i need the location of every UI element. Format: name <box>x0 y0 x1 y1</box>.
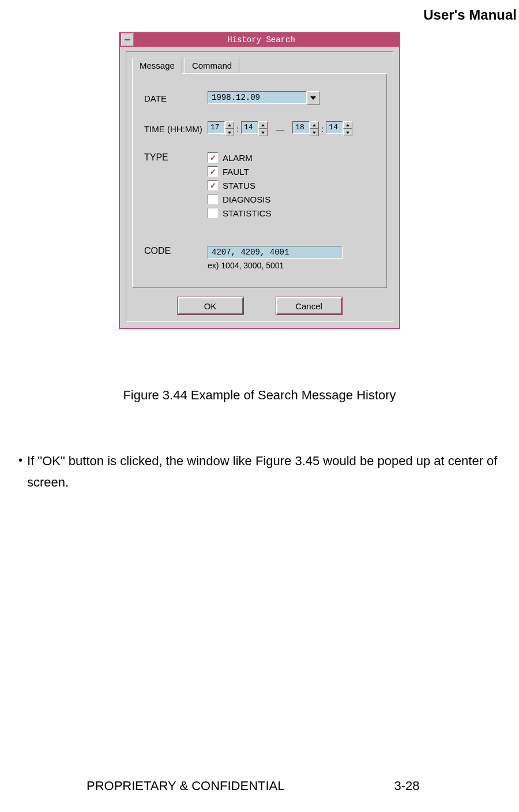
up-arrow-icon <box>346 124 349 126</box>
check-icon: ✓ <box>210 168 216 175</box>
spin-up-button[interactable] <box>310 121 319 129</box>
body-paragraph: • If "OK" button is clicked, the window … <box>18 450 513 493</box>
inner-frame: Message Command DATE 1998.12.09 <box>126 51 393 322</box>
type-item-diagnosis: DIAGNOSIS <box>208 194 271 204</box>
figure-caption: Figure 3.44 Example of Search Message Hi… <box>0 388 519 403</box>
checkbox-fault[interactable]: ✓ <box>208 166 218 177</box>
spin-up-button[interactable] <box>258 121 268 129</box>
tabbar: Message Command <box>126 52 393 73</box>
type-row: TYPE ✓ ALARM ✓ FAULT ✓ <box>144 152 375 218</box>
down-arrow-icon <box>313 132 316 134</box>
time-from-minute-input[interactable]: 14 <box>241 121 258 134</box>
tab-message[interactable]: Message <box>132 58 182 74</box>
check-icon: ✓ <box>210 182 216 189</box>
time-to-minute-input[interactable]: 14 <box>326 121 343 134</box>
code-hint: ex) 1004, 3000, 5001 <box>208 261 343 270</box>
footer-page-number: 3-28 <box>394 779 420 794</box>
down-arrow-icon <box>346 132 349 134</box>
colon-2: : <box>321 124 324 134</box>
history-search-dialog: History Search Message Command DATE 1998… <box>119 32 400 329</box>
chevron-down-icon <box>310 96 316 100</box>
time-from-minute: 14 <box>241 121 268 136</box>
date-input[interactable]: 1998.12.09 <box>208 91 307 104</box>
bullet-icon: • <box>18 450 22 493</box>
ok-button[interactable]: OK <box>178 297 243 315</box>
type-label-text: STATISTICS <box>223 208 271 218</box>
up-arrow-icon <box>261 124 265 126</box>
dash-icon <box>125 39 130 40</box>
tab-panel-message: DATE 1998.12.09 TIME (HH:MM) 17 <box>132 73 387 288</box>
spin-down-button[interactable] <box>258 129 268 136</box>
titlebar-text: History Search <box>135 35 399 44</box>
spin-down-button[interactable] <box>225 129 234 136</box>
colon-1: : <box>236 124 239 134</box>
dialog-body: Message Command DATE 1998.12.09 <box>120 47 399 328</box>
type-list: ✓ ALARM ✓ FAULT ✓ STATUS <box>208 152 271 218</box>
down-arrow-icon <box>228 132 231 134</box>
page-header: User's Manual <box>423 7 517 23</box>
date-dropdown-button[interactable] <box>307 91 319 105</box>
time-to-hour-input[interactable]: 18 <box>292 121 310 134</box>
checkbox-status[interactable]: ✓ <box>208 180 218 190</box>
date-label: DATE <box>144 93 208 103</box>
type-label-text: STATUS <box>223 181 255 190</box>
time-from-hour-input[interactable]: 17 <box>208 121 225 134</box>
tab-command[interactable]: Command <box>185 58 239 73</box>
date-row: DATE 1998.12.09 <box>144 91 375 105</box>
spin-up-button[interactable] <box>225 121 234 129</box>
titlebar: History Search <box>120 33 399 47</box>
time-to-minute: 14 <box>326 121 352 136</box>
type-item-status: ✓ STATUS <box>208 180 271 190</box>
checkbox-statistics[interactable] <box>208 208 218 218</box>
down-arrow-icon <box>261 132 265 134</box>
code-input[interactable]: 4207, 4209, 4001 <box>208 246 343 259</box>
checkbox-alarm[interactable]: ✓ <box>208 152 218 163</box>
footer-confidential: PROPRIETARY & CONFIDENTIAL <box>86 779 285 794</box>
code-row: CODE 4207, 4209, 4001 ex) 1004, 3000, 50… <box>144 246 375 270</box>
type-label: TYPE <box>144 152 208 163</box>
type-label-text: ALARM <box>223 153 253 163</box>
date-field: 1998.12.09 <box>208 91 319 105</box>
time-row: TIME (HH:MM) 17 : 14 <box>144 121 375 136</box>
range-separator: — <box>276 124 284 134</box>
type-label-text: DIAGNOSIS <box>223 194 270 204</box>
check-icon: ✓ <box>210 154 216 162</box>
button-row: OK Cancel <box>126 294 393 321</box>
spin-down-button[interactable] <box>310 129 319 136</box>
type-item-alarm: ✓ ALARM <box>208 152 271 163</box>
checkbox-diagnosis[interactable] <box>208 194 218 204</box>
code-label: CODE <box>144 246 208 256</box>
spin-down-button[interactable] <box>343 129 352 136</box>
time-to-hour: 18 <box>292 121 319 136</box>
time-label: TIME (HH:MM) <box>144 124 208 134</box>
time-from-hour: 17 <box>208 121 234 136</box>
page-footer: PROPRIETARY & CONFIDENTIAL 3-28 <box>0 779 519 794</box>
type-item-statistics: STATISTICS <box>208 208 271 218</box>
up-arrow-icon <box>313 124 316 126</box>
type-label-text: FAULT <box>223 167 249 177</box>
dialog-figure: History Search Message Command DATE 1998… <box>119 32 400 329</box>
spin-up-button[interactable] <box>343 121 352 129</box>
type-item-fault: ✓ FAULT <box>208 166 271 177</box>
body-para-text: If "OK" button is clicked, the window li… <box>27 450 513 493</box>
cancel-button[interactable]: Cancel <box>276 297 342 315</box>
system-menu-button[interactable] <box>121 33 134 46</box>
up-arrow-icon <box>228 124 231 126</box>
